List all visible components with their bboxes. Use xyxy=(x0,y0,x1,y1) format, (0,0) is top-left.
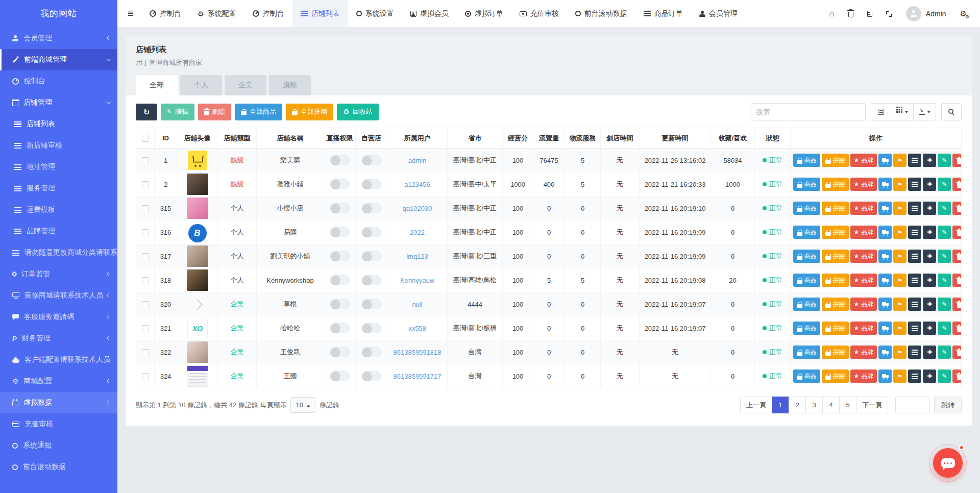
self-store-toggle[interactable] xyxy=(362,155,381,165)
sidebar-item[interactable]: 虚拟数据 xyxy=(0,392,117,413)
page-button-2[interactable]: 2 xyxy=(789,397,806,413)
live-permission-toggle[interactable] xyxy=(330,275,350,285)
live-permission-toggle[interactable] xyxy=(330,203,350,213)
live-permission-toggle[interactable] xyxy=(330,347,350,357)
self-store-toggle[interactable] xyxy=(362,179,381,189)
detail-button[interactable] xyxy=(908,250,921,263)
page-button-3[interactable]: 3 xyxy=(805,397,823,413)
detail-button[interactable] xyxy=(908,154,921,167)
row-edit-button[interactable]: ✎ xyxy=(938,202,951,215)
filter-tab[interactable]: 旗舰 xyxy=(269,75,311,95)
live-permission-toggle[interactable] xyxy=(330,179,350,189)
live-permission-toggle[interactable] xyxy=(330,251,350,261)
topbar-tab[interactable]: 控制台 xyxy=(244,0,292,27)
row-delete-button[interactable] xyxy=(952,346,961,359)
settings-gears-icon[interactable]: ⚙⚙ xyxy=(960,9,967,18)
all-products-button[interactable]: 全部商品 xyxy=(235,104,282,120)
edit-button[interactable]: ✎编辑 xyxy=(161,104,194,120)
brand-button[interactable]: ★品牌 xyxy=(850,202,877,215)
row-delete-button[interactable] xyxy=(952,298,961,311)
move-button[interactable]: ✚ xyxy=(923,226,936,239)
brand-button[interactable]: ★品牌 xyxy=(850,178,877,191)
topbar-tab[interactable]: 前台滚动数据 xyxy=(567,0,635,27)
row-checkbox[interactable] xyxy=(142,301,149,308)
per-page-select[interactable]: 10 xyxy=(290,397,315,413)
row-checkbox[interactable] xyxy=(142,229,149,236)
logistics-button[interactable] xyxy=(878,154,892,167)
logistics-button[interactable] xyxy=(878,369,892,383)
live-permission-toggle[interactable] xyxy=(330,299,350,309)
topbar-tab[interactable]: ⚙系统配置 xyxy=(189,0,244,27)
brand-button[interactable]: ★品牌 xyxy=(850,298,877,311)
self-store-toggle[interactable] xyxy=(362,347,381,357)
move-button[interactable]: ✚ xyxy=(923,274,936,287)
sidebar-item[interactable]: P财务管理 xyxy=(0,328,117,349)
goods-button[interactable]: 商品 xyxy=(793,178,820,191)
goods-button[interactable]: 商品 xyxy=(793,202,820,215)
user-link[interactable]: a123456 xyxy=(404,181,430,188)
user-link[interactable]: 8613859591717 xyxy=(394,373,442,380)
detail-button[interactable] xyxy=(908,226,921,239)
logistics-button[interactable] xyxy=(878,322,892,335)
brand-button[interactable]: ★品牌 xyxy=(850,154,877,167)
self-store-toggle[interactable] xyxy=(362,203,381,213)
brand-button[interactable]: ★品牌 xyxy=(850,274,877,287)
row-checkbox[interactable] xyxy=(142,205,149,212)
groupbuy-button[interactable]: 拼團 xyxy=(822,202,849,215)
detail-button[interactable] xyxy=(908,346,921,359)
move-button[interactable]: ✚ xyxy=(923,178,936,191)
sign-button[interactable]: ✒ xyxy=(893,274,906,287)
logistics-button[interactable] xyxy=(878,178,892,191)
user-link[interactable]: qq102030 xyxy=(403,205,432,212)
sidebar-item[interactable]: 前端商城管理 xyxy=(0,49,117,70)
move-button[interactable]: ✚ xyxy=(923,202,936,215)
home-button[interactable]: ⌂ xyxy=(829,9,835,18)
row-edit-button[interactable]: ✎ xyxy=(938,178,951,191)
row-delete-button[interactable] xyxy=(952,274,961,287)
row-edit-button[interactable]: ✎ xyxy=(938,322,951,335)
row-edit-button[interactable]: ✎ xyxy=(938,274,951,287)
row-checkbox[interactable] xyxy=(142,325,149,332)
sidebar-item[interactable]: 控制台 xyxy=(0,70,117,92)
brand-button[interactable]: ★品牌 xyxy=(850,346,877,359)
sidebar-item[interactable]: 客服服务邀請碼 xyxy=(0,306,117,328)
row-delete-button[interactable] xyxy=(952,322,961,335)
row-checkbox[interactable] xyxy=(142,181,149,188)
groupbuy-button[interactable]: 拼團 xyxy=(822,298,849,311)
topbar-tab[interactable]: 控制台 xyxy=(141,0,189,27)
page-jump-input[interactable] xyxy=(895,397,930,413)
detail-button[interactable] xyxy=(908,298,921,311)
row-edit-button[interactable]: ✎ xyxy=(938,369,951,383)
logistics-button[interactable] xyxy=(878,226,892,239)
filter-tab[interactable]: 全部 xyxy=(136,75,178,95)
goods-button[interactable]: 商品 xyxy=(793,322,820,335)
row-checkbox[interactable] xyxy=(142,373,149,380)
select-all-checkbox[interactable] xyxy=(142,135,149,142)
logistics-button[interactable] xyxy=(878,298,892,311)
all-groupbuy-button[interactable]: 全部拼團 xyxy=(286,104,333,120)
groupbuy-button[interactable]: 拼團 xyxy=(822,346,849,359)
sign-button[interactable]: ✒ xyxy=(893,178,906,191)
goods-button[interactable]: 商品 xyxy=(793,346,820,359)
sidebar-item[interactable]: 店铺管理 xyxy=(0,92,117,113)
logistics-button[interactable] xyxy=(878,202,892,215)
detail-button[interactable] xyxy=(908,202,921,215)
topbar-tab[interactable]: 商品订单 xyxy=(635,0,691,27)
groupbuy-button[interactable]: 拼團 xyxy=(822,322,849,335)
export-button[interactable] xyxy=(913,103,936,120)
goods-button[interactable]: 商品 xyxy=(793,154,820,167)
user-menu[interactable]: Admin xyxy=(906,6,946,21)
logs-button[interactable] xyxy=(867,11,872,17)
logistics-button[interactable] xyxy=(878,346,892,359)
groupbuy-button[interactable]: 拼團 xyxy=(822,369,849,383)
goods-button[interactable]: 商品 xyxy=(793,226,820,239)
sidebar-item[interactable]: 装修商城请联系技术人员 xyxy=(0,285,117,306)
columns-button[interactable] xyxy=(891,103,914,120)
delete-button[interactable]: 删除 xyxy=(198,104,231,120)
move-button[interactable]: ✚ xyxy=(923,250,936,263)
sign-button[interactable]: ✒ xyxy=(893,298,906,311)
sidebar-item[interactable]: 服务管理 xyxy=(0,178,117,199)
sidebar-item[interactable]: 请勿随意更改商城分类请联系技术人员 xyxy=(0,242,117,263)
fullscreen-button[interactable] xyxy=(886,11,892,17)
sidebar-item[interactable]: 前台滚动数据 xyxy=(0,456,117,478)
